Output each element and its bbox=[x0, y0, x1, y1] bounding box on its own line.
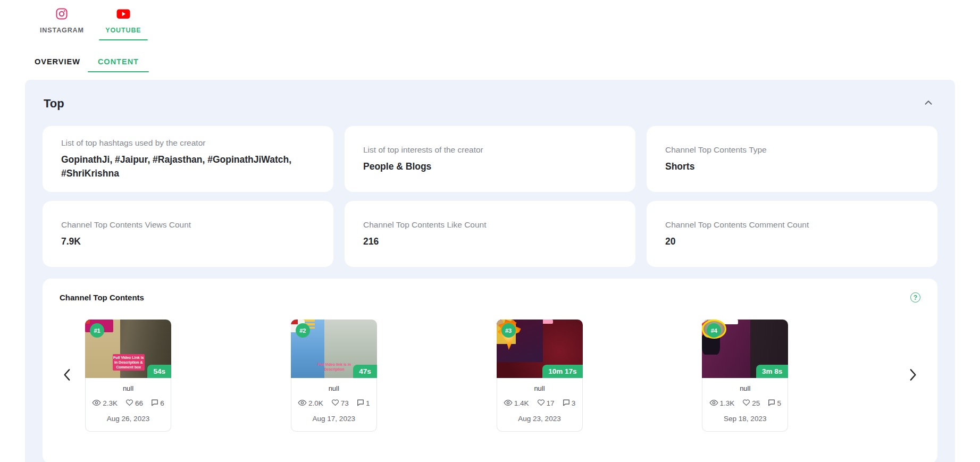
stat-label: Channel Top Contents Like Count bbox=[363, 220, 617, 230]
video-date: Aug 17, 2023 bbox=[294, 415, 374, 423]
heart-icon bbox=[742, 399, 750, 408]
tab-label: YOUTUBE bbox=[105, 27, 141, 34]
video-card[interactable]: #3 10m 17s null 1.4K 17 bbox=[497, 320, 583, 432]
instagram-icon bbox=[55, 7, 68, 22]
thumbnail-caption: Full Video Link is in Description & Comm… bbox=[113, 354, 145, 371]
video-title: null bbox=[294, 384, 374, 392]
video-stats: 1.4K 17 3 bbox=[499, 399, 580, 408]
stat-label: Channel Top Contents Views Count bbox=[61, 220, 315, 230]
tab-content[interactable]: CONTENT bbox=[88, 54, 149, 72]
rank-badge: #1 bbox=[90, 323, 104, 338]
likes-stat: 25 bbox=[742, 399, 760, 408]
comments-stat: 3 bbox=[563, 399, 576, 408]
heart-icon bbox=[331, 399, 339, 408]
duration-badge: 10m 17s bbox=[542, 365, 582, 378]
tab-youtube[interactable]: YOUTUBE bbox=[99, 5, 148, 40]
chevron-left-icon bbox=[61, 367, 74, 384]
views-count: 2.3K bbox=[103, 399, 118, 407]
tab-overview[interactable]: OVERVIEW bbox=[35, 54, 80, 72]
likes-stat: 17 bbox=[537, 399, 555, 408]
stat-value: 216 bbox=[363, 235, 617, 248]
views-count: 1.3K bbox=[720, 399, 735, 407]
duration-badge: 3m 8s bbox=[756, 365, 788, 378]
views-stat: 1.4K bbox=[504, 399, 529, 408]
likes-stat: 66 bbox=[125, 399, 143, 408]
video-date: Sep 18, 2023 bbox=[705, 415, 785, 423]
video-stats: 2.3K 66 6 bbox=[88, 399, 169, 408]
rank-badge: #3 bbox=[501, 323, 516, 338]
video-carousel: Full Video Link is in Description & Comm… bbox=[60, 320, 920, 432]
top-panel-header: Top bbox=[43, 95, 937, 112]
views-stat: 2.0K bbox=[298, 399, 323, 408]
comment-icon bbox=[563, 399, 570, 408]
video-thumbnail: #4 3m 8s bbox=[702, 320, 788, 378]
section-title: Top bbox=[44, 97, 64, 111]
video-info: null 1.3K 25 bbox=[702, 378, 788, 432]
stat-card-hashtags: List of top hashtags used by the creator… bbox=[43, 126, 333, 192]
video-title: null bbox=[705, 384, 785, 392]
video-title: null bbox=[88, 384, 169, 392]
stat-cards-grid: List of top hashtags used by the creator… bbox=[43, 126, 937, 267]
views-count: 1.4K bbox=[514, 399, 529, 407]
video-date: Aug 26, 2023 bbox=[88, 415, 169, 423]
tab-label: CONTENT bbox=[98, 57, 139, 66]
video-title: null bbox=[499, 384, 580, 392]
video-list: Full Video Link is in Description & Comm… bbox=[76, 320, 904, 432]
video-thumbnail: #3 10m 17s bbox=[497, 320, 583, 378]
video-date: Aug 23, 2023 bbox=[499, 415, 580, 423]
video-card[interactable]: Full Video link is in Description #2 47s… bbox=[291, 320, 377, 432]
likes-stat: 73 bbox=[331, 399, 349, 408]
heart-icon bbox=[537, 399, 545, 408]
youtube-icon bbox=[116, 7, 130, 22]
video-thumbnail: Full Video link is in Description #2 47s bbox=[291, 320, 377, 378]
stat-value: 7.9K bbox=[61, 235, 315, 248]
stat-card-comment-count: Channel Top Contents Comment Count 20 bbox=[647, 201, 937, 267]
comment-icon bbox=[768, 399, 775, 408]
views-stat: 2.3K bbox=[92, 399, 118, 408]
video-info: null 1.4K 17 bbox=[497, 378, 583, 432]
section-tabs: OVERVIEW CONTENT bbox=[0, 40, 980, 72]
help-glyph: ? bbox=[914, 295, 917, 301]
rank-badge: #2 bbox=[296, 323, 310, 338]
stat-value: People & Blogs bbox=[363, 160, 617, 173]
eye-icon bbox=[92, 399, 101, 408]
tab-label: INSTAGRAM bbox=[40, 27, 84, 34]
likes-count: 25 bbox=[752, 399, 760, 407]
video-card[interactable]: Full Video Link is in Description & Comm… bbox=[85, 320, 171, 432]
comments-count: 5 bbox=[777, 399, 781, 407]
platform-tabs: INSTAGRAM YOUTUBE bbox=[0, 0, 980, 40]
comments-stat: 1 bbox=[357, 399, 370, 408]
carousel-next-button[interactable] bbox=[904, 366, 920, 385]
comments-stat: 5 bbox=[768, 399, 781, 408]
comments-count: 6 bbox=[160, 399, 164, 407]
stat-label: Channel Top Contents Type bbox=[665, 145, 919, 155]
eye-icon bbox=[298, 399, 307, 408]
chevron-right-icon bbox=[906, 367, 919, 384]
stat-label: List of top interests of the creator bbox=[363, 145, 617, 155]
stat-label: List of top hashtags used by the creator bbox=[61, 138, 315, 148]
thumbnail-caption: Full Video link is in Description bbox=[316, 362, 351, 372]
views-stat: 1.3K bbox=[709, 399, 735, 408]
comments-count: 1 bbox=[366, 399, 370, 407]
top-panel: Top List of top hashtags used by the cre… bbox=[25, 80, 955, 462]
comment-icon bbox=[151, 399, 158, 408]
tab-label: OVERVIEW bbox=[35, 57, 80, 66]
video-thumbnail: Full Video Link is in Description & Comm… bbox=[85, 320, 171, 378]
video-info: null 2.3K 66 bbox=[85, 378, 171, 432]
tab-instagram[interactable]: INSTAGRAM bbox=[33, 5, 90, 40]
eye-icon bbox=[709, 399, 718, 408]
likes-count: 73 bbox=[341, 399, 349, 407]
carousel-prev-button[interactable] bbox=[60, 366, 76, 385]
stat-value: 20 bbox=[665, 235, 919, 248]
stat-card-interests: List of top interests of the creator Peo… bbox=[345, 126, 635, 192]
help-icon[interactable]: ? bbox=[910, 292, 920, 303]
video-card[interactable]: #4 3m 8s null 1.3K 25 bbox=[702, 320, 788, 432]
channel-top-contents-header: Channel Top Contents ? bbox=[60, 292, 920, 303]
channel-top-contents-card: Channel Top Contents ? bbox=[43, 279, 937, 462]
likes-count: 66 bbox=[135, 399, 143, 407]
collapse-section-button[interactable] bbox=[920, 95, 936, 112]
eye-icon bbox=[504, 399, 513, 408]
heart-icon bbox=[125, 399, 133, 408]
stat-card-contents-type: Channel Top Contents Type Shorts bbox=[647, 126, 937, 192]
likes-count: 17 bbox=[547, 399, 555, 407]
